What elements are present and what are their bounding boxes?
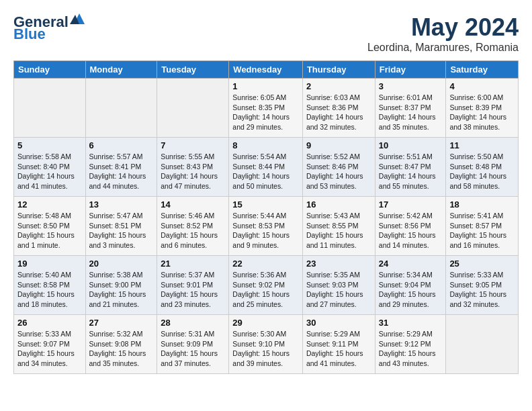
logo-icon xyxy=(70,12,85,27)
day-info: Sunrise: 5:48 AM Sunset: 8:50 PM Dayligh… xyxy=(17,211,82,250)
day-info: Sunrise: 5:36 AM Sunset: 9:02 PM Dayligh… xyxy=(232,270,299,310)
calendar-cell: 14Sunrise: 5:46 AM Sunset: 8:52 PM Dayli… xyxy=(157,197,229,256)
calendar-cell: 4Sunrise: 6:00 AM Sunset: 8:39 PM Daylig… xyxy=(446,79,519,138)
day-number: 9 xyxy=(306,140,371,150)
calendar-cell xyxy=(14,79,86,138)
calendar-cell: 5Sunrise: 5:58 AM Sunset: 8:40 PM Daylig… xyxy=(14,138,86,197)
day-number: 24 xyxy=(379,259,443,269)
day-info: Sunrise: 5:47 AM Sunset: 8:51 PM Dayligh… xyxy=(89,211,154,250)
month-year-title: May 2024 xyxy=(367,13,519,42)
day-number: 23 xyxy=(306,259,371,269)
day-info: Sunrise: 5:33 AM Sunset: 9:07 PM Dayligh… xyxy=(17,329,82,369)
day-info: Sunrise: 5:35 AM Sunset: 9:03 PM Dayligh… xyxy=(306,270,371,310)
day-number: 15 xyxy=(232,199,299,210)
day-info: Sunrise: 5:42 AM Sunset: 8:56 PM Dayligh… xyxy=(379,211,443,250)
day-number: 6 xyxy=(89,140,154,150)
day-number: 3 xyxy=(379,81,443,91)
calendar-cell: 29Sunrise: 5:30 AM Sunset: 9:10 PM Dayli… xyxy=(229,315,303,374)
logo: General Blue xyxy=(13,13,85,43)
day-info: Sunrise: 5:40 AM Sunset: 8:58 PM Dayligh… xyxy=(17,270,82,310)
calendar-cell: 2Sunrise: 6:03 AM Sunset: 8:36 PM Daylig… xyxy=(302,79,375,138)
day-info: Sunrise: 5:50 AM Sunset: 8:48 PM Dayligh… xyxy=(449,152,515,191)
day-info: Sunrise: 5:33 AM Sunset: 9:05 PM Dayligh… xyxy=(449,270,515,310)
day-info: Sunrise: 5:32 AM Sunset: 9:08 PM Dayligh… xyxy=(89,329,154,369)
calendar-week-3: 12Sunrise: 5:48 AM Sunset: 8:50 PM Dayli… xyxy=(14,197,519,256)
calendar-cell: 7Sunrise: 5:55 AM Sunset: 8:43 PM Daylig… xyxy=(157,138,229,197)
weekday-header-friday: Friday xyxy=(375,61,446,79)
calendar-cell: 10Sunrise: 5:51 AM Sunset: 8:47 PM Dayli… xyxy=(375,138,446,197)
weekday-header-row: SundayMondayTuesdayWednesdayThursdayFrid… xyxy=(14,61,519,79)
calendar-cell: 13Sunrise: 5:47 AM Sunset: 8:51 PM Dayli… xyxy=(85,197,157,256)
calendar-cell: 8Sunrise: 5:54 AM Sunset: 8:44 PM Daylig… xyxy=(229,138,303,197)
calendar-week-5: 26Sunrise: 5:33 AM Sunset: 9:07 PM Dayli… xyxy=(14,315,519,374)
calendar-cell: 22Sunrise: 5:36 AM Sunset: 9:02 PM Dayli… xyxy=(229,256,303,315)
weekday-header-tuesday: Tuesday xyxy=(157,61,229,79)
calendar-cell xyxy=(157,79,229,138)
day-info: Sunrise: 6:00 AM Sunset: 8:39 PM Dayligh… xyxy=(449,93,515,132)
day-number: 22 xyxy=(232,259,299,269)
calendar-cell: 6Sunrise: 5:57 AM Sunset: 8:41 PM Daylig… xyxy=(85,138,157,197)
day-number: 8 xyxy=(232,140,299,150)
day-info: Sunrise: 5:57 AM Sunset: 8:41 PM Dayligh… xyxy=(89,152,154,191)
day-info: Sunrise: 6:05 AM Sunset: 8:35 PM Dayligh… xyxy=(232,93,299,132)
day-info: Sunrise: 5:31 AM Sunset: 9:09 PM Dayligh… xyxy=(161,329,225,369)
day-number: 21 xyxy=(161,259,225,269)
calendar-cell: 9Sunrise: 5:52 AM Sunset: 8:46 PM Daylig… xyxy=(302,138,375,197)
calendar-cell: 11Sunrise: 5:50 AM Sunset: 8:48 PM Dayli… xyxy=(446,138,519,197)
day-info: Sunrise: 5:29 AM Sunset: 9:11 PM Dayligh… xyxy=(306,329,371,369)
day-info: Sunrise: 5:34 AM Sunset: 9:04 PM Dayligh… xyxy=(379,270,443,310)
calendar-cell: 1Sunrise: 6:05 AM Sunset: 8:35 PM Daylig… xyxy=(229,79,303,138)
day-number: 5 xyxy=(17,140,82,150)
logo-blue-text: Blue xyxy=(13,26,46,43)
day-info: Sunrise: 5:30 AM Sunset: 9:10 PM Dayligh… xyxy=(232,329,299,369)
calendar-cell xyxy=(446,315,519,374)
calendar-cell: 12Sunrise: 5:48 AM Sunset: 8:50 PM Dayli… xyxy=(14,197,86,256)
day-number: 26 xyxy=(17,318,82,328)
page-header: General Blue May 2024 Leordina, Maramure… xyxy=(13,13,519,54)
location-subtitle: Leordina, Maramures, Romania xyxy=(367,42,519,54)
day-info: Sunrise: 5:41 AM Sunset: 8:57 PM Dayligh… xyxy=(449,211,515,250)
weekday-header-sunday: Sunday xyxy=(14,61,86,79)
calendar-cell: 26Sunrise: 5:33 AM Sunset: 9:07 PM Dayli… xyxy=(14,315,86,374)
weekday-header-thursday: Thursday xyxy=(302,61,375,79)
day-number: 27 xyxy=(89,318,154,328)
day-number: 12 xyxy=(17,199,82,210)
calendar-cell xyxy=(85,79,157,138)
day-number: 18 xyxy=(449,199,515,210)
day-info: Sunrise: 6:03 AM Sunset: 8:36 PM Dayligh… xyxy=(306,93,371,132)
day-number: 14 xyxy=(161,199,225,210)
day-info: Sunrise: 5:52 AM Sunset: 8:46 PM Dayligh… xyxy=(306,152,371,191)
calendar-cell: 16Sunrise: 5:43 AM Sunset: 8:55 PM Dayli… xyxy=(302,197,375,256)
calendar-cell: 24Sunrise: 5:34 AM Sunset: 9:04 PM Dayli… xyxy=(375,256,446,315)
calendar-cell: 18Sunrise: 5:41 AM Sunset: 8:57 PM Dayli… xyxy=(446,197,519,256)
day-number: 25 xyxy=(449,259,515,269)
day-number: 10 xyxy=(379,140,443,150)
day-info: Sunrise: 6:01 AM Sunset: 8:37 PM Dayligh… xyxy=(379,93,443,132)
calendar-cell: 28Sunrise: 5:31 AM Sunset: 9:09 PM Dayli… xyxy=(157,315,229,374)
calendar-cell: 20Sunrise: 5:38 AM Sunset: 9:00 PM Dayli… xyxy=(85,256,157,315)
calendar-cell: 15Sunrise: 5:44 AM Sunset: 8:53 PM Dayli… xyxy=(229,197,303,256)
day-number: 1 xyxy=(232,81,299,91)
day-info: Sunrise: 5:51 AM Sunset: 8:47 PM Dayligh… xyxy=(379,152,443,191)
day-number: 4 xyxy=(449,81,515,91)
calendar-cell: 19Sunrise: 5:40 AM Sunset: 8:58 PM Dayli… xyxy=(14,256,86,315)
calendar-table: SundayMondayTuesdayWednesdayThursdayFrid… xyxy=(13,60,519,374)
day-number: 19 xyxy=(17,259,82,269)
calendar-cell: 27Sunrise: 5:32 AM Sunset: 9:08 PM Dayli… xyxy=(85,315,157,374)
day-number: 2 xyxy=(306,81,371,91)
title-block: May 2024 Leordina, Maramures, Romania xyxy=(367,13,519,54)
day-info: Sunrise: 5:29 AM Sunset: 9:12 PM Dayligh… xyxy=(379,329,443,369)
day-info: Sunrise: 5:38 AM Sunset: 9:00 PM Dayligh… xyxy=(89,270,154,310)
day-number: 16 xyxy=(306,199,371,210)
day-info: Sunrise: 5:58 AM Sunset: 8:40 PM Dayligh… xyxy=(17,152,82,191)
calendar-cell: 23Sunrise: 5:35 AM Sunset: 9:03 PM Dayli… xyxy=(302,256,375,315)
weekday-header-saturday: Saturday xyxy=(446,61,519,79)
day-number: 11 xyxy=(449,140,515,150)
weekday-header-monday: Monday xyxy=(85,61,157,79)
day-info: Sunrise: 5:46 AM Sunset: 8:52 PM Dayligh… xyxy=(161,211,225,250)
day-number: 20 xyxy=(89,259,154,269)
day-info: Sunrise: 5:54 AM Sunset: 8:44 PM Dayligh… xyxy=(232,152,299,191)
day-info: Sunrise: 5:37 AM Sunset: 9:01 PM Dayligh… xyxy=(161,270,225,310)
day-number: 30 xyxy=(306,318,371,328)
day-info: Sunrise: 5:44 AM Sunset: 8:53 PM Dayligh… xyxy=(232,211,299,250)
